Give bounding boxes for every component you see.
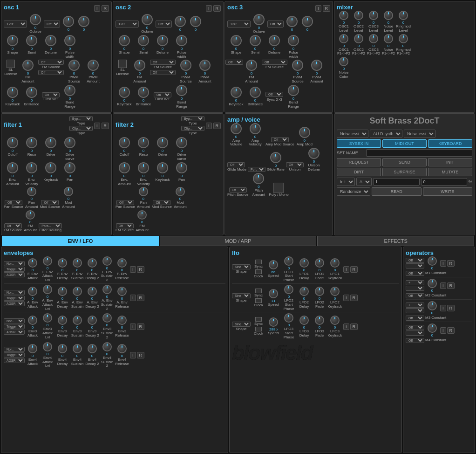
filter2-type2[interactable]: Clip... [181, 126, 204, 131]
osc1-waveform-select[interactable]: 128' [4, 21, 27, 28]
env2-trigger-select[interactable]: Trigger [4, 296, 25, 301]
osc1-fmsource-select[interactable]: Off [38, 60, 64, 65]
env2-decay2[interactable] [88, 287, 97, 296]
env1-sustain[interactable] [73, 258, 82, 268]
osc3-sync-select[interactable]: Off [265, 92, 283, 97]
lfo3-i-btn[interactable]: I [343, 323, 349, 330]
env1-attacklvl[interactable] [43, 256, 52, 266]
osc1-sl-btn[interactable] [7, 60, 15, 68]
filter1-pan[interactable] [64, 162, 75, 173]
env3-trigger-select[interactable]: Trigger [4, 324, 25, 329]
m1-dd3[interactable]: Off [406, 271, 424, 276]
filter2-r-btn[interactable]: R [213, 123, 221, 129]
osc2-detune[interactable] [157, 35, 168, 46]
m3-knob[interactable] [428, 301, 437, 310]
filter1-fmamt[interactable] [26, 210, 35, 220]
osc1-i-btn[interactable]: I [94, 5, 100, 12]
env4-i-btn[interactable]: I [130, 352, 136, 358]
filter1-drive[interactable] [45, 137, 56, 148]
osc2-pwmamt[interactable] [199, 60, 211, 71]
env2-sustain[interactable] [73, 287, 82, 296]
mixer-ringmod-level[interactable] [399, 11, 408, 20]
env2-mode-select[interactable]: Nor... [4, 290, 25, 295]
env2-sustain2[interactable] [102, 285, 112, 294]
filter1-modamt[interactable] [64, 187, 73, 196]
filter2-keytrack[interactable] [157, 162, 168, 173]
poly-mono-btn[interactable] [273, 183, 284, 193]
osc1-keytrack-knob[interactable] [7, 87, 18, 98]
setname-input[interactable] [366, 149, 472, 157]
net1-select[interactable]: Netw..essi [337, 130, 368, 138]
osc3-pw[interactable] [288, 35, 299, 46]
filter2-envamt[interactable] [119, 162, 130, 173]
osc1-semi-knob[interactable] [26, 35, 37, 46]
filter1-drivecurve[interactable] [64, 137, 75, 148]
osc1-fmamt-knob[interactable] [22, 60, 34, 71]
amp-volume[interactable] [231, 123, 242, 134]
m2-dd3[interactable]: Off [406, 293, 424, 298]
env3-sustain2[interactable] [102, 313, 112, 323]
filter2-drive[interactable] [157, 137, 168, 148]
env1-r-btn[interactable]: R [137, 266, 145, 273]
lfo3-startphase[interactable] [284, 313, 293, 323]
m2-knob[interactable] [428, 279, 437, 288]
pitch-source[interactable]: Off [229, 187, 247, 193]
au-select[interactable]: AU D..ynth [370, 130, 402, 138]
osc3-keytrack[interactable] [231, 87, 242, 98]
osc1-detune-knob[interactable] [45, 35, 56, 46]
osc3-pwmsrc[interactable] [292, 60, 303, 71]
m1-dd2[interactable] [406, 263, 424, 268]
env1-i-btn[interactable]: I [130, 266, 136, 273]
mixer-osc3-level[interactable] [369, 11, 378, 20]
env3-adsr-select[interactable]: ADSR [4, 330, 25, 335]
mixer-osc1-f1f2[interactable] [339, 34, 348, 43]
m3-dd2[interactable] [406, 308, 424, 313]
osc2-sl-btn[interactable] [118, 60, 127, 68]
lfo2-clock-btn[interactable] [255, 298, 262, 303]
env3-i-btn[interactable]: I [130, 323, 136, 330]
osc2-i-btn[interactable]: I [206, 5, 212, 12]
env1-mode-select[interactable]: Nor... [4, 261, 25, 266]
filter2-type1[interactable]: Byp... [181, 116, 204, 121]
env4-sustain[interactable] [73, 344, 82, 353]
filter1-keytrack[interactable] [45, 162, 56, 173]
osc3-i-btn[interactable]: I [315, 5, 321, 12]
env1-adsr-select[interactable]: ADSR [4, 272, 25, 277]
osc3-brill[interactable] [250, 87, 261, 98]
lfo2-r-btn[interactable]: R [350, 295, 358, 301]
tab-effects[interactable]: EFFECTS [317, 236, 474, 246]
m3-r-btn[interactable]: R [447, 305, 455, 311]
surprise-btn[interactable]: SURPRISE [382, 168, 427, 176]
mixer-ringmod-f1f2[interactable] [399, 34, 408, 43]
osc3-k1[interactable] [286, 16, 298, 27]
env4-attack[interactable] [28, 344, 37, 353]
m2-dd2[interactable] [406, 286, 424, 291]
mixer-osc1-level[interactable] [339, 11, 348, 20]
filter2-cutoff[interactable] [119, 137, 130, 148]
tab-modarp[interactable]: MOD / ARP [160, 236, 317, 246]
lfo1-keytrack[interactable] [330, 258, 340, 268]
mixer-osc2-f1f2[interactable] [354, 34, 363, 43]
lfo1-delay[interactable] [299, 258, 309, 268]
filter1-reso[interactable] [26, 137, 37, 148]
amp-modsrc[interactable]: Off [271, 137, 289, 142]
osc2-pwmsrc[interactable] [180, 60, 191, 71]
mixer-noise-color[interactable] [339, 57, 348, 66]
filter1-envamt[interactable] [7, 162, 18, 173]
env2-attack[interactable] [28, 287, 37, 296]
osc1-pwmsource-knob[interactable] [68, 60, 80, 71]
osc3-pitch-select[interactable]: Off [267, 21, 284, 28]
osc1-pw-knob[interactable] [64, 35, 75, 46]
env1-sustain2[interactable] [102, 256, 112, 266]
lfo2-fade[interactable] [315, 287, 324, 296]
read-btn[interactable]: READ [372, 187, 422, 196]
unison-detune[interactable] [308, 148, 320, 159]
m1-knob[interactable] [428, 256, 437, 266]
lfo3-keytrack[interactable] [330, 316, 340, 325]
m3-dd3[interactable]: Off [406, 316, 424, 321]
glide-rate[interactable] [270, 152, 281, 163]
lfo3-clock-btn[interactable] [255, 327, 262, 331]
osc2-keytrack[interactable] [119, 87, 130, 98]
env2-adsr-select[interactable]: ADSR [4, 301, 25, 306]
m4-i-btn[interactable]: I [440, 327, 446, 334]
